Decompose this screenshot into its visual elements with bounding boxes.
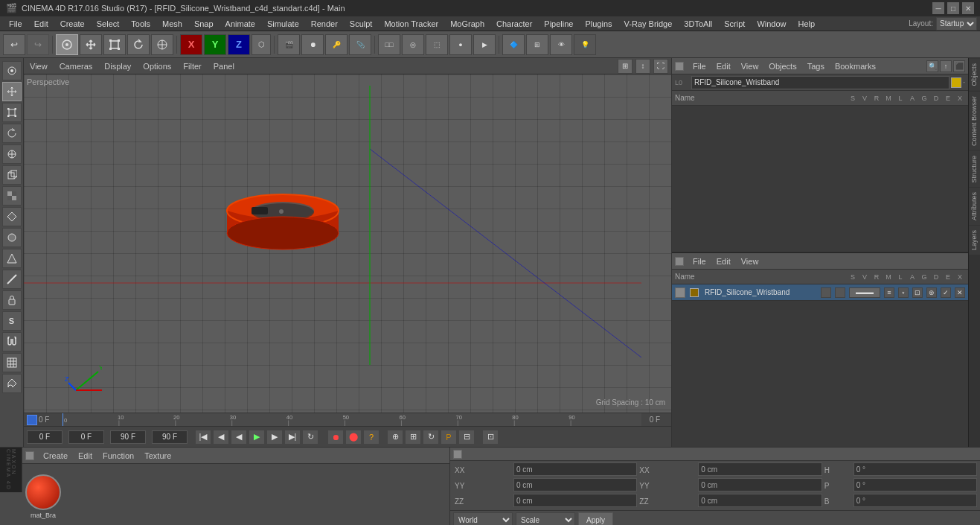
solo-btn[interactable]: ◎ — [402, 34, 424, 55]
object-entry-row[interactable]: RFID_Silicone_Wristband ▬▬▬ ≡ ⋆ ⊡ ⊛ ✓ ✕ — [672, 284, 968, 301]
menu-sculpt[interactable]: Sculpt — [344, 18, 379, 30]
vp-rotate-icon[interactable]: ↕ — [635, 59, 650, 74]
tool-paint[interactable] — [2, 374, 22, 393]
maximize-button[interactable]: □ — [947, 2, 959, 14]
render-region-btn[interactable]: ⬚ — [426, 34, 448, 55]
obj-col-rm[interactable]: ▬▬▬ — [849, 287, 880, 298]
menu-animate[interactable]: Animate — [220, 18, 261, 30]
filter-btn[interactable]: ⊞ — [526, 34, 548, 55]
motion-mode-3[interactable]: ↻ — [423, 430, 439, 445]
menu-mesh[interactable]: Mesh — [156, 18, 188, 30]
stop-button[interactable]: ⬤ — [345, 430, 362, 445]
projection-btn[interactable]: 👁 — [550, 34, 572, 55]
all-axes-button[interactable]: ⬡ — [252, 34, 271, 55]
y-axis-button[interactable]: Y — [204, 34, 226, 55]
timeline-numbers[interactable]: 0 10 20 30 40 50 60 70 80 — [63, 413, 641, 426]
live-select-button[interactable] — [56, 34, 78, 55]
play-button[interactable]: ▶ — [249, 430, 265, 445]
timeline-btn[interactable]: 🎬 — [278, 34, 300, 55]
menu-simulate[interactable]: Simulate — [261, 18, 305, 30]
tool-universal[interactable] — [2, 144, 22, 164]
menu-character[interactable]: Character — [490, 18, 538, 30]
tool-grid[interactable] — [2, 353, 22, 372]
vp-menu-view[interactable]: View — [27, 61, 51, 71]
layout-dropdown[interactable]: Startup — [936, 17, 977, 31]
obj-menu-bookmarks[interactable]: Bookmarks — [832, 61, 879, 71]
light-btn[interactable]: 💡 — [574, 34, 596, 55]
obj-col-l[interactable]: ≡ — [884, 287, 894, 298]
close-button[interactable]: ✕ — [962, 2, 974, 14]
tool-sphere[interactable] — [2, 228, 22, 247]
motion-mode-1[interactable]: ⊕ — [387, 430, 403, 445]
move-button[interactable] — [80, 34, 102, 55]
tab-content-browser[interactable]: Content Browser — [969, 91, 980, 150]
start-frame-input[interactable] — [27, 430, 63, 444]
mat-menu-function[interactable]: Function — [100, 451, 137, 461]
menu-snap[interactable]: Snap — [188, 18, 220, 30]
scale-button[interactable] — [103, 34, 126, 55]
tool-diamond[interactable] — [2, 207, 22, 226]
menu-render[interactable]: Render — [305, 18, 344, 30]
vp-full-icon[interactable]: ⛶ — [653, 59, 668, 74]
scale-dropdown[interactable]: Scale — [516, 512, 575, 525]
tool-move[interactable] — [2, 82, 22, 101]
obj-col-e[interactable]: ✓ — [941, 287, 951, 298]
apply-button[interactable]: Apply — [578, 512, 613, 525]
obj-menu-tags[interactable]: Tags — [804, 61, 827, 71]
vp-menu-panel[interactable]: Panel — [211, 61, 237, 71]
y2-input[interactable] — [698, 478, 822, 491]
go-start-button[interactable]: |◀ — [195, 430, 211, 445]
obj-col-v[interactable] — [835, 287, 845, 298]
world-space-dropdown[interactable]: World — [453, 512, 513, 525]
obj-col-a[interactable]: ⋆ — [898, 287, 909, 298]
record-btn[interactable]: ⏺ — [301, 34, 324, 55]
tool-cone[interactable] — [2, 249, 22, 268]
motionclip-btn[interactable]: 📎 — [349, 34, 371, 55]
menu-tools[interactable]: Tools — [125, 18, 156, 30]
record-anim-button[interactable]: ⏺ — [327, 430, 344, 445]
viewport[interactable]: Perspective — [24, 74, 671, 413]
obj-menu-edit[interactable]: Edit — [714, 61, 734, 71]
tool-rotate[interactable] — [2, 124, 22, 143]
menu-motion-tracker[interactable]: Motion Tracker — [378, 18, 444, 30]
motion-mode-4[interactable]: P — [441, 430, 457, 445]
total-frames-input[interactable] — [152, 430, 188, 444]
menu-file[interactable]: File — [3, 18, 28, 30]
z-pos-input[interactable] — [513, 494, 637, 507]
z2-input[interactable] — [698, 494, 822, 507]
obj-help-icon[interactable]: ↑ — [940, 60, 952, 72]
vp-menu-options[interactable]: Options — [140, 61, 174, 71]
menu-vray-bridge[interactable]: V-Ray Bridge — [618, 18, 679, 30]
rotate-button[interactable] — [127, 34, 150, 55]
mat-menu-edit[interactable]: Edit — [75, 451, 95, 461]
obj-search-icon[interactable]: 🔍 — [926, 60, 938, 72]
mat-menu-texture[interactable]: Texture — [141, 451, 174, 461]
loop-button[interactable]: ↻ — [302, 430, 318, 445]
menu-window[interactable]: Window — [751, 18, 792, 30]
z-axis-button[interactable]: Z — [228, 34, 250, 55]
menu-3dtoall[interactable]: 3DToAll — [678, 18, 718, 30]
info-button[interactable]: ? — [363, 430, 379, 445]
vp-menu-filter[interactable]: Filter — [180, 61, 204, 71]
menu-script[interactable]: Script — [718, 18, 751, 30]
tab-attributes[interactable]: Attributes — [969, 187, 980, 225]
obj-col-s[interactable] — [821, 287, 831, 298]
minimize-button[interactable]: ─ — [932, 2, 944, 14]
obj-menu-objects[interactable]: Objects — [766, 61, 799, 71]
menu-pipeline[interactable]: Pipeline — [538, 18, 579, 30]
h-input[interactable] — [854, 462, 977, 476]
obj-pin-icon[interactable]: ⬛ — [953, 60, 965, 72]
menu-help[interactable]: Help — [792, 18, 822, 30]
motion-mode-2[interactable]: ⊞ — [405, 430, 421, 445]
tool-checkerboard[interactable] — [2, 186, 22, 206]
obj2-menu-edit[interactable]: Edit — [714, 256, 734, 267]
tab-structure[interactable]: Structure — [969, 150, 980, 188]
obj2-menu-file[interactable]: File — [690, 256, 709, 267]
display-toggle[interactable]: ⊡ — [482, 430, 499, 445]
end-frame-input[interactable] — [110, 430, 146, 444]
menu-mograph[interactable]: MoGraph — [444, 18, 490, 30]
vp-nav-icon[interactable]: ⊞ — [618, 59, 632, 74]
display-mode-btn[interactable]: 🔷 — [502, 34, 525, 55]
tool-pointer[interactable] — [2, 61, 22, 80]
tool-lock[interactable] — [2, 290, 22, 310]
